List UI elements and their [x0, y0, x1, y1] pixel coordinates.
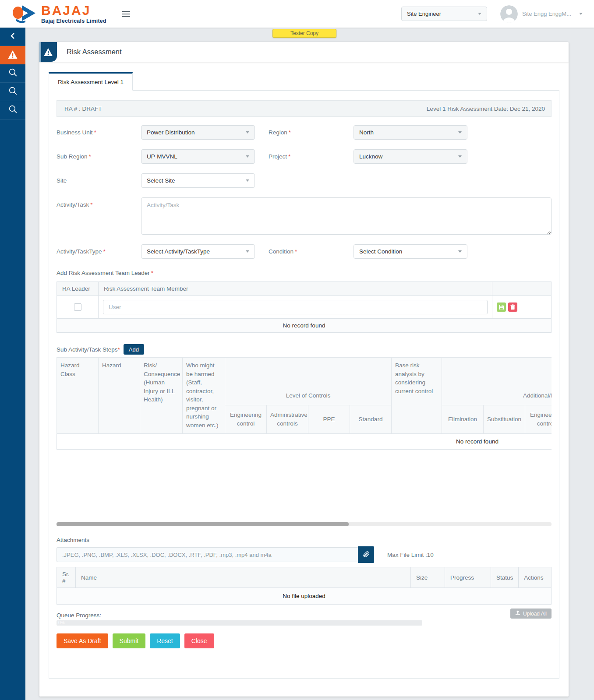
steps-col-engineering-control: Engineering control [225, 405, 267, 433]
page-title: Risk Assessment [67, 48, 122, 56]
chevron-down-icon [246, 155, 249, 158]
steps-table: Hazard Class Hazard Risk/ Consequence (H… [57, 357, 552, 450]
steps-section-label: Sub Activity/Task Steps* [57, 346, 120, 353]
attachments-table: Sr. # Name Size Progress Status Actions … [57, 567, 552, 605]
condition-label: Condition* [255, 248, 354, 255]
region-label: Region* [255, 129, 354, 136]
tab-risk-assessment-level-1[interactable]: Risk Assessment Level 1 [49, 72, 133, 91]
queue-progress-bar: 0% [57, 620, 422, 626]
sidebar-item-risk-assessment[interactable] [0, 46, 25, 64]
team-col-member: Risk Assessment Team Member [99, 282, 492, 296]
activity-task-type-select[interactable]: Select Activity/TaskType [141, 244, 255, 259]
attach-col-sr: Sr. # [57, 567, 76, 588]
sidebar-collapse-button[interactable] [0, 28, 25, 46]
chevron-down-icon [246, 250, 249, 253]
business-unit-label: Business Unit* [57, 129, 141, 136]
activity-task-textarea[interactable] [141, 197, 552, 235]
chevron-down-icon[interactable] [579, 13, 583, 15]
save-as-draft-button[interactable]: Save As Draft [57, 633, 108, 648]
activity-task-type-label: Activity/TaskType* [57, 248, 141, 255]
chevron-down-icon [478, 13, 481, 15]
username-label: Site Engg EnggM... [522, 11, 571, 17]
team-table: RA Leader Risk Assessment Team Member [57, 281, 552, 333]
steps-col-hazard: Hazard [99, 358, 140, 434]
ra-leader-checkbox[interactable] [74, 303, 81, 311]
top-bar: BAJAJ Bajaj Electricals Limited Site Eng… [0, 0, 594, 28]
search-icon [8, 105, 18, 116]
team-leader-section-label: Add Risk Assessment Team Leader* [57, 270, 552, 276]
risk-assessment-card: Risk Assessment Risk Assessment Level 1 … [39, 42, 569, 696]
paperclip-icon [362, 550, 370, 559]
upload-all-button[interactable]: Upload All [510, 609, 552, 619]
steps-group-additional: Additional/Prope [442, 358, 552, 405]
main-content: Tester Copy Risk Assessment Risk Assessm… [25, 28, 594, 700]
risk-assessment-icon [39, 42, 57, 62]
search-icon [8, 68, 18, 79]
region-select[interactable]: North [354, 125, 467, 140]
chevron-down-icon [246, 131, 249, 134]
site-label: Site [57, 177, 141, 184]
attach-col-size: Size [411, 567, 445, 588]
ra-summary-bar: RA # : DRAFT Level 1 Risk Assessment Dat… [57, 100, 552, 117]
page-header: Risk Assessment [39, 42, 569, 62]
sidebar [0, 28, 25, 700]
attachments-file-input[interactable] [57, 547, 358, 562]
attachments-empty-message: No file uploaded [57, 588, 552, 605]
steps-scroll-container: Hazard Class Hazard Risk/ Consequence (H… [57, 357, 552, 526]
attach-file-button[interactable] [358, 546, 374, 563]
condition-select[interactable]: Select Condition [354, 244, 467, 259]
ra-number: RA # : DRAFT [64, 106, 102, 112]
queue-progress-label: Queue Progress: [57, 612, 101, 619]
sidebar-item-search-1[interactable] [0, 64, 25, 83]
steps-col-standard: Standard [350, 405, 392, 433]
tester-copy-badge: Tester Copy [272, 29, 336, 38]
close-button[interactable]: Close [184, 633, 214, 648]
sub-region-select[interactable]: UP-MVVNL [141, 149, 255, 164]
search-icon [8, 86, 18, 97]
site-select[interactable]: Select Site [141, 173, 255, 188]
steps-col-base-risk: Base risk analysis by considering curren… [392, 358, 442, 434]
submit-button[interactable]: Submit [113, 633, 146, 648]
menu-icon[interactable] [122, 11, 130, 17]
save-team-member-button[interactable] [497, 303, 506, 312]
max-file-limit-label: Max File Limit :10 [387, 552, 434, 558]
steps-col-risk: Risk/ Consequence (Human Injury or ILL H… [140, 358, 183, 434]
add-step-button[interactable]: Add [124, 344, 144, 355]
chevron-down-icon [458, 131, 462, 134]
tab-panel: RA # : DRAFT Level 1 Risk Assessment Dat… [49, 90, 559, 679]
chevron-down-icon [458, 250, 462, 253]
role-selector-dropdown[interactable]: Site Engineer [401, 7, 487, 21]
attach-col-name: Name [76, 567, 411, 588]
steps-col-administrative-controls: Administrative controls [267, 405, 308, 433]
attachments-label: Attachments [57, 537, 552, 543]
chevron-left-icon [10, 32, 15, 41]
project-label: Project* [255, 153, 354, 160]
chevron-down-icon [246, 179, 249, 182]
role-selector-value: Site Engineer [407, 11, 441, 17]
team-entry-row [57, 296, 552, 319]
avatar[interactable] [500, 5, 518, 23]
project-select[interactable]: Lucknow [354, 149, 467, 164]
sub-region-label: Sub Region* [57, 153, 141, 160]
brand-name: BAJAJ [41, 4, 106, 17]
team-member-input[interactable] [103, 300, 488, 314]
steps-col-engineering-control-2: Engineering control [525, 405, 552, 433]
steps-empty-message: No record found [57, 433, 552, 449]
sidebar-item-search-3[interactable] [0, 101, 25, 120]
steps-col-elimination: Elimination [442, 405, 484, 433]
horizontal-scrollbar-thumb[interactable] [57, 522, 349, 526]
reset-button[interactable]: Reset [150, 633, 180, 648]
warning-triangle-icon [7, 50, 18, 61]
attach-col-progress: Progress [445, 567, 491, 588]
sidebar-item-search-2[interactable] [0, 83, 25, 101]
steps-col-ppe: PPE [308, 405, 350, 433]
business-unit-select[interactable]: Power Distribution [141, 125, 255, 140]
delete-team-member-button[interactable] [508, 303, 517, 312]
upload-icon [515, 610, 520, 617]
activity-task-label: Activity/Task* [57, 197, 141, 208]
ra-date: Level 1 Risk Assessment Date: Dec 21, 20… [427, 106, 545, 112]
team-empty-message: No record found [57, 319, 552, 333]
steps-col-hazard-class: Hazard Class [57, 358, 99, 434]
horizontal-scrollbar-track[interactable] [57, 522, 552, 526]
steps-col-who: Who might be harmed (Staff, contractor, … [183, 358, 225, 434]
